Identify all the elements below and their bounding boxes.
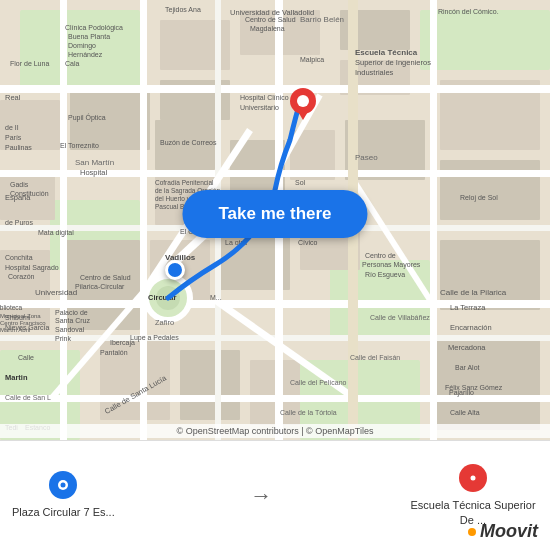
svg-text:Centro de: Centro de: [365, 252, 396, 259]
svg-text:Sandoval: Sandoval: [55, 326, 85, 333]
moovit-logo: Moovit: [468, 521, 538, 542]
route-arrow: →: [115, 483, 408, 509]
svg-text:Conchita: Conchita: [5, 254, 33, 261]
svg-point-140: [297, 95, 309, 107]
svg-text:Circular: Circular: [148, 293, 176, 302]
map-container: San Martín Barrio Belén Escuela Técnica …: [0, 0, 550, 440]
svg-text:Buzón de Correos: Buzón de Correos: [160, 139, 217, 146]
svg-text:Pantalón: Pantalón: [100, 349, 128, 356]
svg-text:Gadis: Gadis: [10, 181, 29, 188]
svg-text:Municipal Zona: Municipal Zona: [0, 313, 41, 319]
svg-text:Centro de Salud: Centro de Salud: [245, 16, 296, 23]
svg-text:Hernández: Hernández: [68, 51, 103, 58]
svg-text:Rincón del Cómico.: Rincón del Cómico.: [438, 8, 499, 15]
svg-text:Martín Abril: Martín Abril: [0, 327, 30, 333]
svg-text:Cívico: Cívico: [298, 239, 318, 246]
origin-pin: [165, 260, 185, 280]
svg-text:Mercadona: Mercadona: [448, 343, 486, 352]
svg-text:de II: de II: [5, 124, 19, 131]
svg-text:Paulinas: Paulinas: [5, 144, 32, 151]
svg-text:Lupe a Pedales: Lupe a Pedales: [130, 334, 179, 342]
svg-text:Hospital Clínico: Hospital Clínico: [240, 94, 289, 102]
origin-icon: [49, 471, 77, 499]
svg-text:M...: M...: [210, 294, 222, 301]
bottom-bar: Plaza Circular 7 Es... → Escuela Técnica…: [0, 440, 550, 550]
svg-text:San Martín: San Martín: [75, 158, 114, 167]
svg-text:Real: Real: [5, 93, 21, 102]
svg-rect-29: [180, 350, 240, 420]
svg-text:Calle Alta: Calle Alta: [450, 409, 480, 416]
svg-text:Calle de Villabáñez: Calle de Villabáñez: [370, 314, 430, 321]
svg-point-145: [471, 476, 476, 481]
svg-text:Río Esgueva: Río Esgueva: [365, 271, 405, 279]
svg-text:Zafiro: Zafiro: [155, 318, 174, 327]
svg-text:Paseo: Paseo: [355, 153, 378, 162]
svg-rect-39: [140, 0, 147, 440]
svg-text:Industriales: Industriales: [355, 68, 394, 77]
svg-text:Santa Cruz: Santa Cruz: [55, 317, 91, 324]
origin-label: Plaza Circular 7 Es...: [12, 505, 115, 519]
svg-text:Cala: Cala: [65, 60, 80, 67]
svg-text:Constitución: Constitución: [10, 190, 49, 197]
svg-text:Prink: Prink: [55, 335, 71, 342]
svg-text:Calle: Calle: [18, 354, 34, 361]
svg-text:París: París: [5, 134, 22, 141]
svg-text:Calle del Pelícano: Calle del Pelícano: [290, 379, 347, 386]
svg-text:Universitario: Universitario: [240, 104, 279, 111]
svg-text:La otra: La otra: [225, 239, 247, 246]
svg-text:Clínica Podológica: Clínica Podológica: [65, 24, 123, 32]
svg-text:Félix Sanz Gómez: Félix Sanz Gómez: [445, 384, 503, 391]
svg-marker-141: [297, 110, 309, 120]
svg-rect-43: [430, 0, 437, 440]
svg-text:Reloj de Sol: Reloj de Sol: [460, 194, 498, 202]
origin-endpoint: Plaza Circular 7 Es...: [12, 471, 115, 519]
svg-text:Hospital Sagrado: Hospital Sagrado: [5, 264, 59, 272]
svg-text:El Torreznito: El Torreznito: [60, 142, 99, 149]
svg-text:Superior de Ingenieros: Superior de Ingenieros: [355, 58, 431, 67]
svg-text:Hospital: Hospital: [80, 168, 107, 177]
destination-endpoint: Escuela Técnica Superior De ...: [408, 464, 538, 527]
svg-text:Flor de Luna: Flor de Luna: [10, 60, 49, 67]
destination-icon: [459, 464, 487, 492]
svg-text:Personas Mayores: Personas Mayores: [362, 261, 421, 269]
svg-text:Pilarica-Circular: Pilarica-Circular: [75, 283, 125, 290]
svg-point-143: [61, 483, 66, 488]
svg-text:Malpica: Malpica: [300, 56, 324, 64]
svg-text:Biblioteca: Biblioteca: [0, 304, 23, 311]
svg-text:Pupil Óptica: Pupil Óptica: [68, 113, 106, 122]
svg-text:Corazón: Corazón: [8, 273, 35, 280]
svg-text:de Puros: de Puros: [5, 219, 34, 226]
svg-text:Tejidos Ana: Tejidos Ana: [165, 6, 201, 14]
svg-text:Centro Francisco: Centro Francisco: [0, 320, 46, 326]
svg-text:La Terraza: La Terraza: [450, 303, 486, 312]
svg-text:Martin: Martin: [5, 373, 28, 382]
svg-text:Calle de la Tórtola: Calle de la Tórtola: [280, 409, 337, 416]
svg-text:Bar Alot: Bar Alot: [455, 364, 480, 371]
svg-text:Mata digital: Mata digital: [38, 229, 74, 237]
svg-rect-27: [440, 240, 540, 310]
svg-text:Calle de San L: Calle de San L: [5, 394, 51, 401]
svg-text:Calle de la Pilarica: Calle de la Pilarica: [440, 288, 507, 297]
svg-text:Encarnación: Encarnación: [450, 323, 492, 332]
destination-pin: [290, 88, 316, 124]
svg-text:Universidad: Universidad: [35, 288, 77, 297]
svg-text:Palacio de: Palacio de: [55, 309, 88, 316]
svg-text:Domingo: Domingo: [68, 42, 96, 50]
svg-text:Cofradía Penitencial: Cofradía Penitencial: [155, 179, 214, 186]
map-attribution: © OpenStreetMap contributors | © OpenMap…: [0, 424, 550, 438]
moovit-dot: [468, 528, 476, 536]
svg-rect-4: [420, 10, 550, 70]
svg-text:Calle del Faisán: Calle del Faisán: [350, 354, 400, 361]
take-me-there-button[interactable]: Take me there: [182, 190, 367, 238]
svg-text:Buena Planta: Buena Planta: [68, 33, 110, 40]
svg-text:Magdalena: Magdalena: [250, 25, 285, 33]
svg-text:Escuela Técnica: Escuela Técnica: [355, 48, 418, 57]
svg-text:Sol: Sol: [295, 179, 306, 186]
svg-text:Centro de Salud: Centro de Salud: [80, 274, 131, 281]
svg-rect-1: [20, 10, 140, 90]
svg-rect-21: [440, 160, 540, 220]
moovit-brand-name: Moovit: [480, 521, 538, 542]
